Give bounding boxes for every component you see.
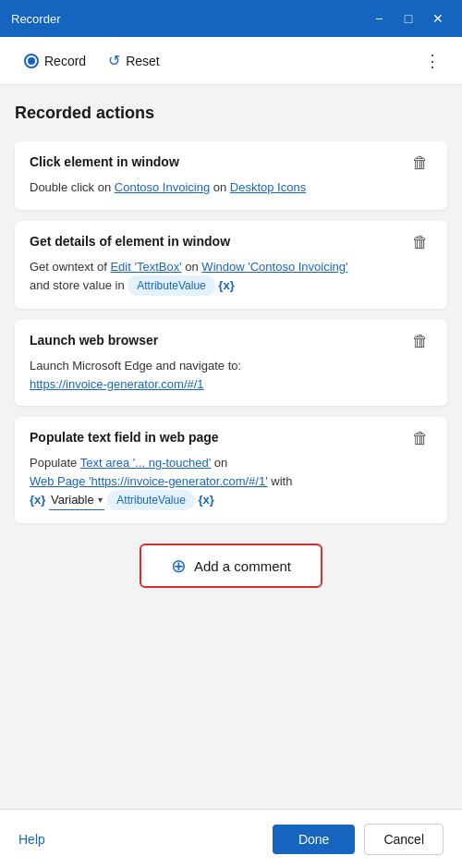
plus-icon: ⊕	[171, 556, 187, 575]
action-body-1: Double click on Contoso Invoicing on Des…	[30, 178, 432, 197]
action-card-2: Get details of element in window 🗑 Get o…	[15, 221, 447, 310]
action-card-header-2: Get details of element in window 🗑	[30, 234, 432, 251]
curly-icon-1[interactable]: {x}	[218, 276, 234, 295]
action-text: with	[268, 474, 293, 488]
action-text: Double click on	[30, 180, 115, 194]
action-text: Get owntext of	[30, 260, 110, 274]
link-invoice-generator[interactable]: https://invoice-generator.com/#/1	[30, 377, 204, 391]
action-card-4: Populate text field in web page 🗑 Popula…	[15, 417, 447, 523]
delete-button-4[interactable]: 🗑	[408, 430, 432, 446]
window-controls: − □ ✕	[366, 6, 451, 31]
footer: Help Done Cancel	[0, 809, 462, 868]
title-bar: Recorder − □ ✕	[0, 0, 462, 37]
curly-icon-3[interactable]: {x}	[198, 491, 213, 509]
more-options-button[interactable]: ⋮	[418, 46, 447, 76]
action-text: on	[182, 260, 202, 274]
action-text: and store value in	[30, 278, 128, 292]
link-textarea[interactable]: Text area '... ng-touched'	[80, 456, 212, 470]
link-web-page[interactable]: Web Page 'https://invoice-generator.com/…	[30, 474, 268, 488]
window-title: Recorder	[11, 12, 366, 26]
action-body-3: Launch Microsoft Edge and navigate to: h…	[30, 357, 432, 393]
cancel-button[interactable]: Cancel	[364, 824, 444, 855]
curly-icon-2[interactable]: {x}	[30, 491, 45, 509]
action-title-4: Populate text field in web page	[30, 430, 219, 445]
action-title-3: Launch web browser	[30, 333, 158, 348]
delete-button-1[interactable]: 🗑	[408, 154, 432, 171]
link-window-contoso[interactable]: Window 'Contoso Invoicing'	[201, 260, 347, 274]
link-edit-textbox[interactable]: Edit 'TextBox'	[110, 260, 181, 274]
action-card-header-1: Click element in window 🗑	[30, 154, 432, 171]
toolbar: Record ↺ Reset ⋮	[0, 37, 462, 85]
action-card-header-4: Populate text field in web page 🗑	[30, 430, 432, 446]
action-card-3: Launch web browser 🗑 Launch Microsoft Ed…	[15, 320, 447, 406]
help-link[interactable]: Help	[18, 832, 45, 847]
action-text: Populate	[30, 456, 80, 470]
dropdown-arrow: ▾	[98, 493, 103, 507]
main-content: Recorded actions Click element in window…	[0, 85, 462, 809]
action-card-1: Click element in window 🗑 Double click o…	[15, 141, 447, 210]
action-title-2: Get details of element in window	[30, 234, 230, 249]
record-dot	[28, 57, 35, 65]
action-body-4: Populate Text area '... ng-touched' on W…	[30, 454, 432, 510]
record-icon	[24, 54, 39, 68]
section-title: Recorded actions	[15, 104, 447, 123]
minimize-button[interactable]: −	[366, 6, 392, 31]
action-card-header-3: Launch web browser 🗑	[30, 333, 432, 349]
reset-button[interactable]: ↺ Reset	[99, 46, 169, 75]
done-button[interactable]: Done	[273, 825, 355, 854]
action-text: Launch Microsoft Edge and navigate to:	[30, 359, 241, 373]
maximize-button[interactable]: □	[395, 6, 421, 31]
link-desktop-icons[interactable]: Desktop Icons	[230, 180, 306, 194]
add-comment-area: ⊕ Add a comment	[15, 534, 447, 597]
reset-icon: ↺	[108, 52, 120, 69]
link-contoso-invoicing[interactable]: Contoso Invoicing	[115, 180, 210, 194]
action-text: on	[211, 456, 227, 470]
action-body-2: Get owntext of Edit 'TextBox' on Window …	[30, 258, 432, 297]
record-label: Record	[44, 54, 86, 68]
variable-dropdown[interactable]: Variable ▾	[49, 491, 104, 510]
chip-attributevalue-1[interactable]: AttributeValue	[128, 275, 215, 296]
chip-attributevalue-2[interactable]: AttributeValue	[107, 490, 195, 510]
delete-button-2[interactable]: 🗑	[408, 234, 432, 251]
close-button[interactable]: ✕	[425, 6, 451, 31]
reset-label: Reset	[126, 54, 160, 68]
add-comment-label: Add a comment	[194, 558, 291, 574]
delete-button-3[interactable]: 🗑	[408, 333, 432, 349]
add-comment-button[interactable]: ⊕ Add a comment	[140, 544, 322, 588]
action-title-1: Click element in window	[30, 154, 179, 169]
action-text: on	[210, 180, 230, 194]
record-button[interactable]: Record	[15, 48, 95, 74]
